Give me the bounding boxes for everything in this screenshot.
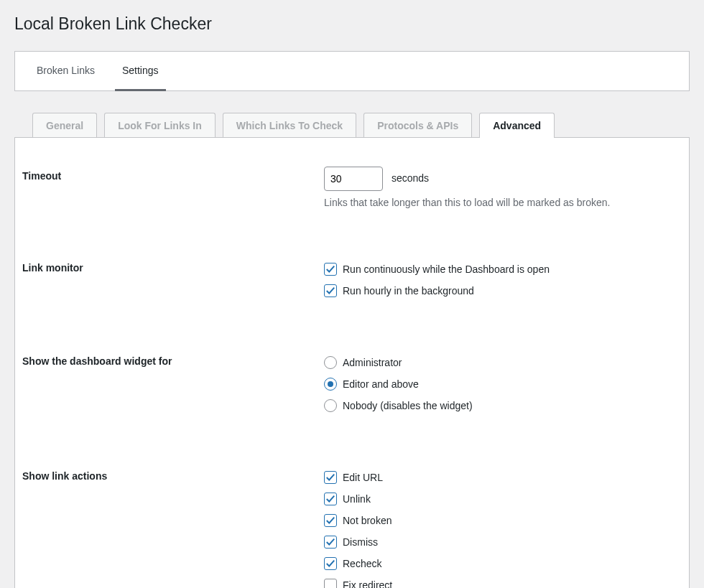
tab-broken-links[interactable]: Broken Links	[29, 52, 102, 91]
checkbox-run-hourly[interactable]	[324, 284, 337, 297]
checkbox-unlink[interactable]	[324, 493, 337, 505]
link-monitor-label: Link monitor	[22, 248, 324, 316]
page-title: Local Broken Link Checker	[14, 7, 690, 38]
checkbox-fix-redirect[interactable]	[324, 579, 337, 588]
link-actions-label: Show link actions	[22, 456, 324, 588]
checkbox-edit-url[interactable]	[324, 471, 337, 484]
primary-tabs: Broken Links Settings	[14, 51, 690, 91]
fix-redirect-label: Fix redirect	[343, 579, 392, 588]
checkbox-dismiss[interactable]	[324, 536, 337, 549]
tab-general[interactable]: General	[32, 113, 97, 138]
dashboard-widget-label: Show the dashboard widget for	[22, 341, 324, 431]
radio-administrator[interactable]	[324, 356, 337, 369]
tab-settings[interactable]: Settings	[115, 52, 166, 91]
timeout-input[interactable]	[324, 167, 383, 191]
tab-which-links-to-check[interactable]: Which Links To Check	[223, 113, 356, 138]
timeout-help: Links that take longer than this to load…	[324, 197, 675, 208]
recheck-label: Recheck	[343, 558, 381, 569]
unlink-label: Unlink	[343, 493, 371, 505]
run-hourly-label: Run hourly in the background	[343, 285, 474, 297]
dismiss-label: Dismiss	[343, 536, 378, 548]
not-broken-label: Not broken	[343, 515, 392, 526]
nobody-label: Nobody (disables the widget)	[343, 400, 473, 411]
checkbox-not-broken[interactable]	[324, 514, 337, 527]
checkbox-run-continuously[interactable]	[324, 263, 337, 276]
tab-look-for-links-in[interactable]: Look For Links In	[104, 113, 216, 138]
timeout-unit: seconds	[392, 172, 429, 184]
radio-nobody[interactable]	[324, 399, 337, 412]
administrator-label: Administrator	[343, 357, 402, 368]
tab-protocols-apis[interactable]: Protocols & APIs	[363, 113, 472, 138]
radio-editor-and-above[interactable]	[324, 378, 337, 391]
settings-sub-tabs: General Look For Links In Which Links To…	[14, 113, 690, 138]
checkbox-recheck[interactable]	[324, 557, 337, 570]
run-continuously-label: Run continuously while the Dashboard is …	[343, 263, 550, 275]
edit-url-label: Edit URL	[343, 472, 383, 483]
settings-panel: Timeout seconds Links that take longer t…	[14, 137, 690, 588]
timeout-label: Timeout	[22, 156, 324, 223]
tab-advanced[interactable]: Advanced	[479, 113, 555, 138]
editor-above-label: Editor and above	[343, 378, 419, 390]
